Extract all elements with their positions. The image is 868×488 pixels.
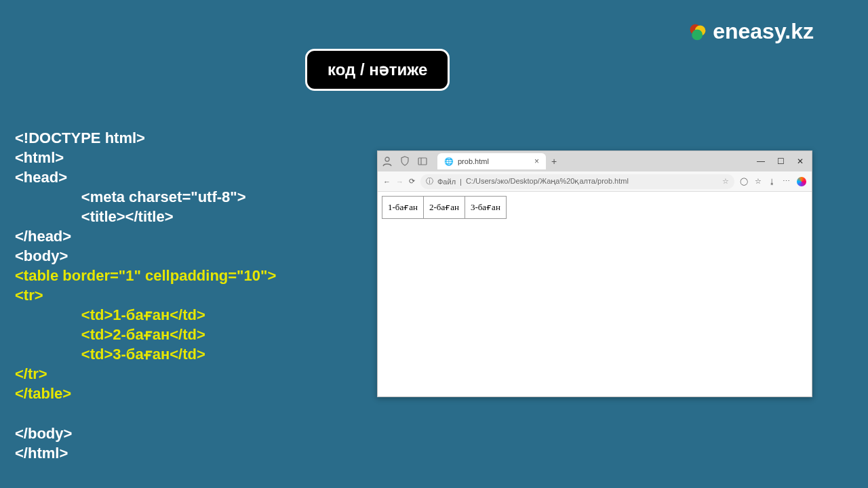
downloads-icon[interactable]: ⭳: [768, 178, 776, 186]
code-line-hl: <table border="1" cellpadding="10">: [15, 267, 276, 284]
browser-tab[interactable]: 🌐 prob.html ×: [437, 153, 546, 169]
code-line-hl: <tr>: [15, 287, 43, 304]
code-line: <!DOCTYPE html>: [15, 129, 145, 146]
profile-icon[interactable]: [382, 156, 393, 167]
code-line: </html>: [15, 445, 68, 462]
globe-icon: 🌐: [444, 157, 454, 166]
svg-point-3: [385, 157, 389, 161]
code-block: <!DOCTYPE html> <html> <head> <meta char…: [15, 108, 276, 463]
panel-icon[interactable]: [417, 156, 428, 167]
table-cell: 2-баған: [423, 197, 465, 219]
window-maximize[interactable]: ☐: [777, 157, 785, 166]
browser-viewport: 1-баған 2-баған 3-баған: [378, 192, 812, 396]
addr-label: Файл: [437, 178, 456, 186]
nav-forward-icon[interactable]: →: [396, 178, 403, 186]
shield-icon[interactable]: [399, 156, 410, 167]
code-line: <body>: [15, 247, 68, 264]
firefox-icon[interactable]: [797, 177, 806, 186]
browser-window: 🌐 prob.html × + — ☐ ✕ ← → ⟳ ⓘ Файл | C:/…: [377, 150, 812, 397]
window-close[interactable]: ✕: [797, 157, 804, 166]
window-minimize[interactable]: —: [757, 157, 765, 166]
tab-title: prob.html: [458, 157, 489, 165]
code-line: <meta charset="utf-8">: [15, 188, 246, 205]
sync-icon[interactable]: ◯: [740, 177, 748, 186]
code-line: <title></title>: [15, 208, 174, 225]
code-line-hl: <td>1-баған</td>: [15, 306, 205, 323]
browser-tabbar: 🌐 prob.html × + — ☐ ✕: [378, 151, 812, 171]
table-row: 1-баған 2-баған 3-баған: [382, 197, 507, 219]
svg-rect-4: [418, 158, 427, 165]
code-line: </body>: [15, 425, 72, 442]
close-tab-icon[interactable]: ×: [534, 157, 539, 166]
svg-point-2: [692, 29, 703, 40]
bookmark-star-icon[interactable]: ☆: [722, 177, 729, 186]
table-cell: 3-баған: [465, 197, 506, 219]
code-line: <head>: [15, 169, 67, 186]
logo-icon: [688, 22, 707, 41]
new-tab-button[interactable]: +: [551, 156, 557, 167]
code-line: </head>: [15, 228, 71, 245]
rendered-table: 1-баған 2-баған 3-баған: [382, 196, 507, 219]
code-line-hl: <td>3-баған</td>: [15, 346, 205, 363]
code-line-hl: <td>2-баған</td>: [15, 326, 205, 343]
code-line: <html>: [15, 149, 64, 166]
address-input[interactable]: ⓘ Файл | C:/Users/эко/Desktop/Жаңа%20қал…: [420, 174, 734, 189]
favorites-icon[interactable]: ☆: [755, 177, 762, 186]
info-icon: ⓘ: [426, 176, 433, 186]
nav-back-icon[interactable]: ←: [383, 178, 391, 186]
reload-icon[interactable]: ⟳: [409, 177, 415, 186]
more-icon[interactable]: ⋯: [783, 177, 790, 186]
title-badge: код / нәтиже: [305, 49, 450, 91]
code-line-hl: </tr>: [15, 365, 47, 382]
table-cell: 1-баған: [382, 197, 424, 219]
code-line-hl: </table>: [15, 385, 71, 402]
addr-path: C:/Users/эко/Desktop/Жаңа%20қалта/prob.h…: [466, 177, 629, 186]
browser-addressbar-row: ← → ⟳ ⓘ Файл | C:/Users/эко/Desktop/Жаңа…: [378, 171, 812, 192]
brand-logo: eneasy.kz: [688, 19, 814, 44]
logo-text: eneasy.kz: [713, 19, 814, 44]
addr-sep: |: [460, 178, 462, 186]
